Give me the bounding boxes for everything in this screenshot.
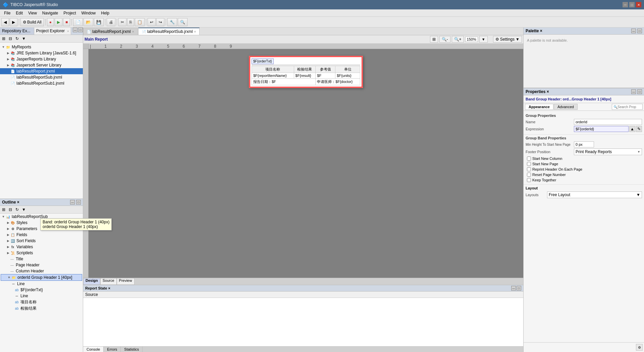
properties-action-button[interactable]: ⚙: [636, 344, 643, 351]
tree-lab-result-report[interactable]: 📄 labResultReport.jrxml: [0, 68, 83, 74]
tab-source[interactable]: Source: [100, 278, 117, 285]
forward-button[interactable]: ▶: [10, 18, 17, 26]
outline-line-1[interactable]: ─ Line: [0, 281, 83, 287]
tools-button[interactable]: 🔧: [167, 18, 177, 26]
report-state-minimize[interactable]: —: [511, 286, 516, 291]
checkbox-start-page-input[interactable]: [527, 162, 531, 166]
search-prop-box[interactable]: 🔍: [612, 104, 643, 110]
explorer-menu-button[interactable]: ▼: [21, 36, 27, 42]
tab-console[interactable]: Console: [83, 347, 104, 352]
fit-button[interactable]: ⊞: [430, 36, 438, 43]
zoom-level[interactable]: 150%: [465, 37, 478, 42]
tree-jaspersoft-lib[interactable]: ▶ 📚 Jaspersoft Server Library: [0, 62, 83, 68]
outline-fields[interactable]: ▶ 📋 Fields: [0, 232, 83, 238]
menu-navigate[interactable]: Navigate: [40, 10, 61, 16]
tab-advanced[interactable]: Advanced: [554, 104, 578, 110]
tab-repository[interactable]: Repository Ex...: [0, 28, 34, 35]
close-button[interactable]: ✕: [636, 2, 641, 7]
menu-file[interactable]: File: [1, 10, 13, 16]
outline-text-jyjg[interactable]: ab 检验结果: [0, 305, 83, 311]
footer-position-dropdown[interactable]: Print Ready Reports ▼: [574, 148, 642, 155]
outline-collapse-button[interactable]: ⊟: [7, 207, 13, 213]
tab-project-explorer[interactable]: Project Explorer ×: [34, 28, 71, 35]
zoom-dropdown[interactable]: ▼: [479, 36, 488, 43]
tab-lab-result-sub[interactable]: 📄 labResultReportSub.jrxml ×: [138, 28, 200, 35]
explorer-collapse-button[interactable]: ⊟: [7, 36, 13, 42]
debug-button[interactable]: ●: [47, 18, 54, 26]
outline-page-header[interactable]: — Page Header: [0, 262, 83, 268]
explorer-sync-button[interactable]: ↻: [14, 36, 20, 42]
outline-field-ordertxt[interactable]: ab $F{orderTxt}: [0, 287, 83, 293]
tab-close-2[interactable]: ×: [194, 30, 196, 34]
tree-root-myreports[interactable]: ▼ 📁 MyReports: [0, 44, 83, 50]
maximize-button[interactable]: □: [629, 2, 635, 7]
expression-edit-button[interactable]: ✎: [636, 126, 642, 132]
menu-view[interactable]: View: [25, 10, 40, 16]
tab-preview[interactable]: Preview: [117, 278, 135, 285]
tab-errors[interactable]: Errors: [104, 347, 121, 352]
tree-lab-result-sub[interactable]: 📄 labResultReportSub.jrxml: [0, 74, 83, 80]
menu-window[interactable]: Window: [79, 10, 99, 16]
outline-maximize-button[interactable]: □: [76, 200, 81, 205]
checkbox-start-col-input[interactable]: [527, 157, 531, 161]
settings-button[interactable]: ⚙ Settings ▼: [493, 36, 522, 43]
tab-lab-result-report[interactable]: 📄 labResultReport.jrxml ×: [83, 28, 138, 35]
copy-button[interactable]: ⎘: [127, 18, 134, 26]
minimize-button[interactable]: ─: [623, 2, 628, 7]
zoom-out-button[interactable]: 🔍-: [439, 36, 450, 43]
save-button[interactable]: 💾: [94, 18, 104, 26]
properties-maximize[interactable]: □: [637, 89, 642, 94]
checkbox-keep-input[interactable]: [527, 178, 531, 182]
expression-input[interactable]: [574, 126, 629, 132]
expression-expand-button[interactable]: ▲: [629, 126, 635, 132]
paste-button[interactable]: 📋: [135, 18, 145, 26]
outline-menu-button[interactable]: ▼: [21, 207, 27, 213]
back-button[interactable]: ◀: [1, 18, 9, 26]
cut-button[interactable]: ✂: [118, 18, 126, 26]
tree-lab-result-sub1[interactable]: 📄 labResultReportSub1.jrxml: [0, 80, 83, 86]
outline-scriptlets[interactable]: ▶ 📜 Scriptlets: [0, 250, 83, 256]
menu-help[interactable]: Help: [98, 10, 112, 16]
redo-button[interactable]: ↪: [156, 18, 164, 26]
open-button[interactable]: 📂: [84, 18, 93, 26]
layouts-dropdown[interactable]: Free Layout ▼: [547, 191, 642, 198]
tree-jre-library[interactable]: ▶ 📚 JRE System Library [JavaSE-1.6]: [0, 50, 83, 56]
explorer-maximize-button[interactable]: □: [78, 28, 83, 32]
checkbox-reprint-input[interactable]: [527, 167, 531, 171]
outline-sort-fields[interactable]: ▶ 🔤 Sort Fields: [0, 238, 83, 244]
palette-maximize[interactable]: □: [637, 29, 642, 33]
outline-text-xmmc[interactable]: ab 项目名称: [0, 299, 83, 305]
report-state-maximize[interactable]: □: [517, 286, 521, 291]
tab-design[interactable]: Design: [83, 278, 100, 285]
outline-title-band[interactable]: — Title: [0, 256, 83, 262]
search-prop-input[interactable]: [618, 105, 641, 109]
outline-minimize-button[interactable]: —: [70, 200, 75, 205]
new-button[interactable]: 📄: [73, 18, 83, 26]
run-button[interactable]: ▶: [55, 18, 62, 26]
tab-appearance[interactable]: Appearance: [525, 104, 553, 110]
canvas-scroll-area[interactable]: | 1 2 3 4 5 6 7 8 9: [89, 44, 523, 278]
properties-minimize[interactable]: —: [631, 89, 636, 94]
outline-line-2[interactable]: ─ Line: [0, 293, 83, 299]
zoom-in-button[interactable]: 🔍+: [452, 36, 464, 43]
outline-sync-button[interactable]: ↻: [14, 207, 20, 213]
tab-close-1[interactable]: ×: [132, 30, 134, 34]
tab-project-close[interactable]: ×: [67, 30, 69, 33]
name-input[interactable]: [574, 119, 642, 125]
min-height-input[interactable]: [574, 141, 594, 147]
outline-group-header[interactable]: ▼ 📁 orderId Group Header 1 [40px]: [1, 274, 82, 281]
checkbox-reset-input[interactable]: [527, 173, 531, 177]
print-button[interactable]: 🖨: [107, 18, 115, 26]
explorer-minimize-button[interactable]: —: [73, 28, 77, 32]
menu-project[interactable]: Project: [61, 10, 78, 16]
band-group-header[interactable]: $F{orderTxt} 项目名称 检验结果 参考值 单位: [250, 56, 362, 87]
search-global-button[interactable]: 🔍: [178, 18, 187, 26]
tree-jasperreports-lib[interactable]: ▶ 📚 JasperReports Library: [0, 56, 83, 62]
field-ordertxt[interactable]: $F{orderTxt}: [252, 58, 274, 64]
outline-column-header[interactable]: — Column Header: [0, 268, 83, 274]
build-all-button[interactable]: ⚙ Build All: [20, 18, 44, 26]
undo-button[interactable]: ↩: [148, 18, 156, 26]
tab-statistics[interactable]: Statistics: [121, 347, 143, 352]
outline-variables[interactable]: ▶ fx Variables: [0, 244, 83, 250]
explorer-expand-button[interactable]: ⊞: [1, 36, 7, 42]
